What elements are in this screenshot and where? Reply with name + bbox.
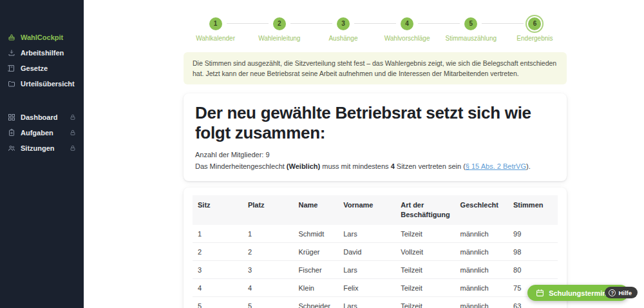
table-cell: Teilzeit — [395, 279, 455, 297]
minority-text: ). — [526, 162, 531, 170]
column-header-beschaeftigung: Art der Beschäftigung — [395, 195, 455, 225]
step-aushaenge[interactable]: 3 Aushänge — [311, 17, 375, 42]
sidebar-item-label: Dashboard — [21, 113, 57, 121]
column-header-vorname: Vorname — [338, 195, 395, 225]
table-cell: männlich — [455, 243, 508, 261]
wizard-stepper: 1 Wahlkalender 2 Wahleinleitung 3 Aushän… — [184, 17, 567, 42]
folder-icon — [8, 80, 15, 88]
minority-text: muss mit mindestens — [320, 162, 390, 170]
main-area: 1 Wahlkalender 2 Wahleinleitung 3 Aushän… — [84, 0, 644, 308]
sidebar-item-sitzungen[interactable]: Sitzungen — [0, 142, 84, 155]
step-endergebnis-current[interactable]: 6 Endergebnis — [503, 17, 567, 42]
book-icon — [8, 64, 15, 72]
sidebar: WahlCockpit Arbeitshilfen Gesetze Urteil… — [0, 0, 84, 308]
step-label: Wahleinleitung — [247, 35, 311, 42]
table-cell: Teilzeit — [395, 297, 455, 308]
step-label: Endergebnis — [503, 35, 567, 42]
column-header-sitz: Sitz — [193, 195, 243, 225]
table-row: 33FischerLarsTeilzeitmännlich80 — [193, 261, 558, 279]
minority-rule-line: Das Minderheitengeschlecht (Weiblich) mu… — [195, 160, 555, 172]
minority-text: Das Minderheitengeschlecht — [195, 162, 287, 170]
table-cell: 2 — [243, 243, 294, 261]
step-number: 6 — [528, 17, 541, 30]
table-cell: männlich — [455, 279, 508, 297]
table-cell: Krüger — [293, 243, 338, 261]
sidebar-item-aufgaben[interactable]: Aufgaben — [0, 126, 84, 139]
ballot-box-icon — [8, 34, 15, 41]
sidebar-divider — [0, 93, 84, 111]
table-cell: Lars — [338, 297, 395, 308]
law-paragraph-link[interactable]: § 15 Abs. 2 BetrVG — [466, 162, 526, 170]
table-cell: männlich — [455, 261, 508, 279]
column-header-geschlecht: Geschlecht — [455, 195, 508, 225]
page-title: Der neu gewählte Betriebsrat setzt sich … — [195, 103, 555, 143]
sidebar-item-urteilsuebersicht[interactable]: Urteilsübersicht — [0, 77, 84, 90]
column-header-name: Name — [293, 195, 338, 225]
table-cell: Vollzeit — [395, 243, 455, 261]
results-table-card: Sitz Platz Name Vorname Art der Beschäft… — [184, 188, 567, 308]
table-row: 44KleinFelixTeilzeitmännlich75 — [193, 279, 558, 297]
step-number: 1 — [209, 17, 222, 30]
table-header-row: Sitz Platz Name Vorname Art der Beschäft… — [193, 195, 558, 225]
step-number: 2 — [273, 17, 286, 30]
download-icon — [8, 49, 15, 57]
table-cell: Teilzeit — [395, 261, 455, 279]
table-cell: Schneider — [293, 297, 338, 308]
step-number: 4 — [401, 17, 413, 30]
members-count-line: Anzahl der Mitglieder: 9 — [195, 149, 555, 160]
dashboard-icon — [8, 113, 15, 121]
table-cell: männlich — [455, 297, 508, 308]
table-cell: 2 — [193, 243, 243, 261]
sidebar-item-label: Urteilsübersicht — [21, 80, 75, 88]
training-button-label: Schulungstermin — [549, 289, 607, 297]
table-cell: 1 — [243, 225, 294, 243]
sidebar-item-label: WahlCockpit — [21, 34, 63, 41]
table-cell: Lars — [338, 261, 395, 279]
table-row: 55SchneiderLarsTeilzeitmännlich63 — [193, 297, 558, 308]
table-body: 11SchmidtLarsTeilzeitmännlich9922KrügerD… — [193, 225, 558, 308]
table-cell: 5 — [243, 297, 294, 308]
step-label: Aushänge — [311, 35, 375, 42]
step-number: 5 — [464, 17, 477, 30]
table-cell: männlich — [455, 225, 508, 243]
minority-text: Sitzen vertreten sein ( — [395, 162, 466, 170]
sidebar-item-arbeitshilfen[interactable]: Arbeitshilfen — [0, 46, 84, 59]
clipboard-icon — [8, 129, 15, 137]
step-label: Wahlkalender — [184, 35, 247, 42]
table-cell: Felix — [338, 279, 395, 297]
table-cell: Fischer — [293, 261, 338, 279]
table-cell: Schmidt — [293, 225, 338, 243]
table-row: 22KrügerDavidVollzeitmännlich98 — [193, 243, 558, 261]
sidebar-item-gesetze[interactable]: Gesetze — [0, 62, 84, 75]
results-table: Sitz Platz Name Vorname Art der Beschäft… — [193, 195, 558, 308]
result-summary-card: Der neu gewählte Betriebsrat setzt sich … — [184, 93, 567, 181]
lock-icon — [70, 114, 76, 120]
sidebar-item-dashboard[interactable]: Dashboard — [0, 111, 84, 124]
table-cell: Klein — [293, 279, 338, 297]
help-button[interactable]: ? Hilfe — [605, 287, 638, 298]
table-cell: Teilzeit — [395, 225, 455, 243]
table-cell: 3 — [193, 261, 243, 279]
table-cell: 98 — [508, 243, 558, 261]
step-wahlvorschlaege[interactable]: 4 Wahlvorschläge — [375, 17, 439, 42]
sidebar-item-wahlcockpit[interactable]: WahlCockpit — [0, 31, 84, 44]
step-wahleinleitung[interactable]: 2 Wahleinleitung — [247, 17, 311, 42]
help-button-label: Hilfe — [618, 289, 632, 296]
minority-gender: (Weiblich) — [287, 162, 320, 170]
step-number: 3 — [337, 17, 350, 30]
step-label: Wahlvorschläge — [375, 35, 439, 42]
table-cell: 5 — [193, 297, 243, 308]
lock-icon — [70, 130, 76, 136]
column-header-stimmen: Stimmen — [508, 195, 558, 225]
table-cell: 99 — [508, 225, 558, 243]
table-cell: 1 — [193, 225, 243, 243]
sidebar-item-label: Aufgaben — [21, 129, 53, 137]
table-cell: 3 — [243, 261, 294, 279]
table-cell: 4 — [193, 279, 243, 297]
info-banner: Die Stimmen sind ausgezählt, die Sitzver… — [184, 52, 567, 85]
sidebar-item-label: Sitzungen — [21, 144, 55, 152]
sidebar-item-label: Arbeitshilfen — [21, 49, 64, 57]
step-stimmauszaehlung[interactable]: 5 Stimmauszählung — [439, 17, 503, 42]
step-wahlkalender[interactable]: 1 Wahlkalender — [184, 17, 247, 42]
step-label: Stimmauszählung — [439, 35, 503, 42]
